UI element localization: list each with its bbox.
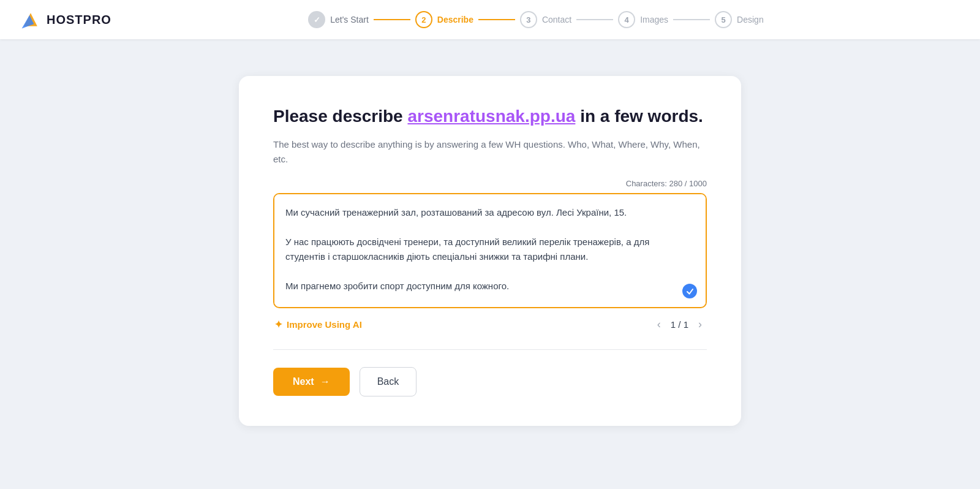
pagination-prev[interactable]: ‹ (654, 317, 665, 332)
domain-link: arsenratusnak.pp.ua (407, 107, 575, 126)
step-4: 4 Images (618, 11, 668, 28)
ai-icon: ✦ (274, 319, 282, 330)
title-suffix: in a few words. (575, 107, 703, 126)
step-4-label: Images (640, 15, 668, 25)
description-textarea[interactable] (274, 194, 706, 305)
next-button[interactable]: Next → (273, 368, 350, 396)
pagination-next[interactable]: › (695, 317, 706, 332)
connector-4-5 (673, 19, 710, 20)
card-title: Please describe arsenratusnak.pp.ua in a… (273, 105, 707, 127)
step-5: 5 Design (715, 11, 764, 28)
logo-text: HOSTPRO (47, 13, 111, 27)
step-3: 3 Contact (520, 11, 571, 28)
connector-3-4 (576, 19, 613, 20)
card: Please describe arsenratusnak.pp.ua in a… (239, 76, 741, 426)
step-1-circle: ✓ (308, 11, 325, 28)
step-5-circle: 5 (715, 11, 732, 28)
back-btn-label: Back (377, 376, 399, 387)
stepper: ✓ Let's Start 2 Describe 3 Contact 4 Ima… (308, 11, 764, 28)
step-3-circle: 3 (520, 11, 537, 28)
step-4-circle: 4 (618, 11, 635, 28)
title-prefix: Please describe (273, 107, 407, 126)
step-5-label: Design (737, 15, 764, 25)
step-2-label: Describe (437, 15, 473, 25)
connector-2-3 (478, 19, 515, 20)
step-2-circle: 2 (415, 11, 432, 28)
next-btn-label: Next (293, 376, 314, 387)
next-arrow-icon: → (320, 376, 330, 387)
logo: HOSTPRO (20, 9, 111, 31)
step-1-label: Let's Start (330, 15, 369, 25)
back-button[interactable]: Back (360, 367, 417, 396)
connector-1-2 (374, 19, 410, 20)
textarea-wrapper (273, 193, 707, 308)
pagination: ‹ 1 / 1 › (654, 317, 706, 332)
ai-btn-label: Improve Using AI (287, 319, 362, 330)
divider (273, 349, 707, 350)
step-1: ✓ Let's Start (308, 11, 369, 28)
card-subtitle: The best way to describe anything is by … (273, 137, 707, 167)
char-count: Characters: 280 / 1000 (273, 179, 707, 188)
main-content: Please describe arsenratusnak.pp.ua in a… (0, 39, 980, 463)
ai-row: ✦ Improve Using AI ‹ 1 / 1 › (273, 317, 707, 332)
improve-ai-button[interactable]: ✦ Improve Using AI (274, 319, 362, 330)
logo-icon (20, 9, 42, 31)
step-3-label: Contact (542, 15, 571, 25)
pagination-label: 1 / 1 (671, 319, 688, 330)
step-2: 2 Describe (415, 11, 473, 28)
btn-row: Next → Back (273, 367, 707, 396)
header: HOSTPRO ✓ Let's Start 2 Describe 3 Conta… (0, 0, 980, 39)
